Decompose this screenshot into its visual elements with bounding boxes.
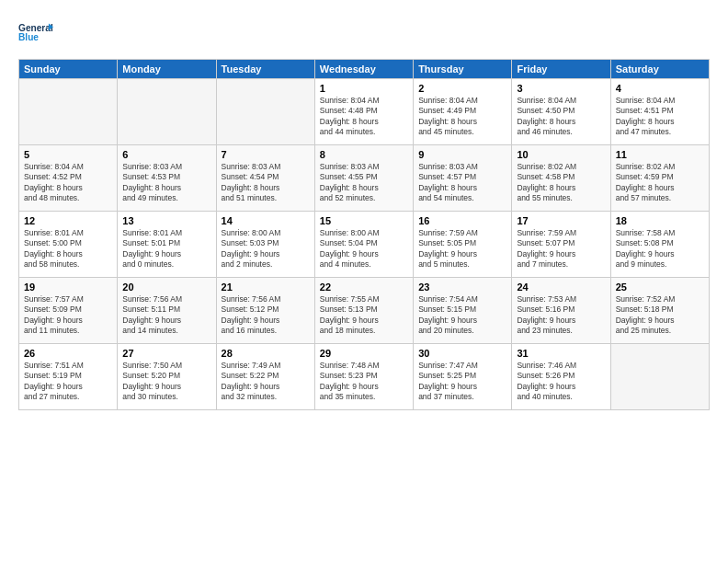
day-number: 7: [222, 149, 310, 160]
day-cell: 18Sunrise: 7:58 AM Sunset: 5:08 PM Dayli…: [610, 212, 709, 278]
day-info: Sunrise: 7:58 AM Sunset: 5:08 PM Dayligh…: [616, 228, 704, 270]
day-cell: 19Sunrise: 7:57 AM Sunset: 5:09 PM Dayli…: [19, 278, 118, 344]
day-cell: [610, 344, 709, 410]
day-cell: 2Sunrise: 8:04 AM Sunset: 4:49 PM Daylig…: [414, 79, 512, 145]
day-info: Sunrise: 8:00 AM Sunset: 5:04 PM Dayligh…: [320, 228, 408, 270]
day-cell: 22Sunrise: 7:55 AM Sunset: 5:13 PM Dayli…: [314, 278, 413, 344]
day-info: Sunrise: 8:02 AM Sunset: 4:58 PM Dayligh…: [517, 162, 605, 204]
day-number: 15: [320, 215, 408, 226]
weekday-header-thursday: Thursday: [414, 60, 512, 79]
day-number: 27: [122, 348, 210, 359]
day-cell: 6Sunrise: 8:03 AM Sunset: 4:53 PM Daylig…: [118, 145, 216, 212]
day-number: 6: [122, 149, 210, 160]
day-number: 20: [122, 282, 210, 293]
day-info: Sunrise: 8:03 AM Sunset: 4:53 PM Dayligh…: [122, 162, 210, 204]
day-info: Sunrise: 7:47 AM Sunset: 5:25 PM Dayligh…: [418, 361, 506, 403]
day-info: Sunrise: 7:49 AM Sunset: 5:22 PM Dayligh…: [222, 361, 310, 403]
day-number: 30: [418, 348, 506, 359]
day-number: 25: [616, 282, 704, 293]
day-number: 23: [418, 282, 506, 293]
day-cell: 10Sunrise: 8:02 AM Sunset: 4:58 PM Dayli…: [512, 145, 610, 212]
day-cell: 20Sunrise: 7:56 AM Sunset: 5:11 PM Dayli…: [118, 278, 216, 344]
day-cell: 21Sunrise: 7:56 AM Sunset: 5:12 PM Dayli…: [216, 278, 314, 344]
calendar-table: SundayMondayTuesdayWednesdayThursdayFrid…: [18, 59, 710, 410]
day-info: Sunrise: 7:55 AM Sunset: 5:13 PM Dayligh…: [320, 294, 408, 337]
weekday-header-tuesday: Tuesday: [216, 60, 314, 79]
header: General Blue: [18, 15, 710, 50]
week-row-4: 19Sunrise: 7:57 AM Sunset: 5:09 PM Dayli…: [19, 278, 710, 344]
day-info: Sunrise: 7:50 AM Sunset: 5:20 PM Dayligh…: [122, 361, 210, 403]
day-cell: 4Sunrise: 8:04 AM Sunset: 4:51 PM Daylig…: [610, 79, 709, 145]
day-cell: 24Sunrise: 7:53 AM Sunset: 5:16 PM Dayli…: [512, 278, 610, 344]
day-cell: 13Sunrise: 8:01 AM Sunset: 5:01 PM Dayli…: [118, 212, 216, 278]
day-info: Sunrise: 8:04 AM Sunset: 4:51 PM Dayligh…: [616, 96, 704, 138]
day-cell: 31Sunrise: 7:46 AM Sunset: 5:26 PM Dayli…: [512, 344, 610, 410]
day-info: Sunrise: 8:01 AM Sunset: 5:00 PM Dayligh…: [24, 228, 112, 270]
day-cell: 8Sunrise: 8:03 AM Sunset: 4:55 PM Daylig…: [314, 145, 413, 212]
svg-text:Blue: Blue: [18, 33, 39, 43]
day-info: Sunrise: 8:04 AM Sunset: 4:50 PM Dayligh…: [517, 96, 605, 138]
day-cell: 16Sunrise: 7:59 AM Sunset: 5:05 PM Dayli…: [414, 212, 512, 278]
weekday-header-saturday: Saturday: [610, 60, 709, 79]
day-number: 22: [320, 282, 408, 293]
week-row-2: 5Sunrise: 8:04 AM Sunset: 4:52 PM Daylig…: [19, 145, 710, 212]
day-number: 3: [517, 83, 605, 94]
day-number: 18: [616, 215, 704, 226]
day-info: Sunrise: 7:52 AM Sunset: 5:18 PM Dayligh…: [616, 294, 704, 337]
weekday-header-wednesday: Wednesday: [314, 60, 413, 79]
day-cell: 1Sunrise: 8:04 AM Sunset: 4:48 PM Daylig…: [314, 79, 413, 145]
day-number: 19: [24, 282, 112, 293]
day-info: Sunrise: 8:02 AM Sunset: 4:59 PM Dayligh…: [616, 162, 704, 204]
day-cell: 15Sunrise: 8:00 AM Sunset: 5:04 PM Dayli…: [314, 212, 413, 278]
day-info: Sunrise: 8:03 AM Sunset: 4:55 PM Dayligh…: [320, 162, 408, 204]
day-info: Sunrise: 7:48 AM Sunset: 5:23 PM Dayligh…: [320, 361, 408, 403]
day-number: 9: [418, 149, 506, 160]
day-info: Sunrise: 7:56 AM Sunset: 5:12 PM Dayligh…: [222, 294, 310, 337]
week-row-1: 1Sunrise: 8:04 AM Sunset: 4:48 PM Daylig…: [19, 79, 710, 145]
calendar-page: General Blue SundayMondayTuesdayWednesda…: [0, 0, 728, 563]
day-cell: 14Sunrise: 8:00 AM Sunset: 5:03 PM Dayli…: [216, 212, 314, 278]
day-cell: 29Sunrise: 7:48 AM Sunset: 5:23 PM Dayli…: [314, 344, 413, 410]
day-number: 14: [222, 215, 310, 226]
day-cell: 7Sunrise: 8:03 AM Sunset: 4:54 PM Daylig…: [216, 145, 314, 212]
day-number: 21: [222, 282, 310, 293]
day-info: Sunrise: 7:54 AM Sunset: 5:15 PM Dayligh…: [418, 294, 506, 337]
weekday-header-friday: Friday: [512, 60, 610, 79]
day-cell: 27Sunrise: 7:50 AM Sunset: 5:20 PM Dayli…: [118, 344, 216, 410]
logo: General Blue: [18, 15, 53, 50]
day-info: Sunrise: 7:59 AM Sunset: 5:05 PM Dayligh…: [418, 228, 506, 270]
day-cell: 23Sunrise: 7:54 AM Sunset: 5:15 PM Dayli…: [414, 278, 512, 344]
day-number: 17: [517, 215, 605, 226]
day-cell: [118, 79, 216, 145]
week-row-3: 12Sunrise: 8:01 AM Sunset: 5:00 PM Dayli…: [19, 212, 710, 278]
day-number: 2: [418, 83, 506, 94]
day-number: 4: [616, 83, 704, 94]
day-cell: 26Sunrise: 7:51 AM Sunset: 5:19 PM Dayli…: [19, 344, 118, 410]
svg-text:General: General: [18, 23, 53, 33]
day-cell: 3Sunrise: 8:04 AM Sunset: 4:50 PM Daylig…: [512, 79, 610, 145]
day-number: 12: [24, 215, 112, 226]
weekday-header-row: SundayMondayTuesdayWednesdayThursdayFrid…: [19, 60, 710, 79]
day-info: Sunrise: 8:04 AM Sunset: 4:52 PM Dayligh…: [24, 162, 112, 204]
day-info: Sunrise: 7:59 AM Sunset: 5:07 PM Dayligh…: [517, 228, 605, 270]
day-number: 13: [122, 215, 210, 226]
day-number: 29: [320, 348, 408, 359]
day-cell: 5Sunrise: 8:04 AM Sunset: 4:52 PM Daylig…: [19, 145, 118, 212]
day-info: Sunrise: 8:04 AM Sunset: 4:49 PM Dayligh…: [418, 96, 506, 138]
day-info: Sunrise: 8:00 AM Sunset: 5:03 PM Dayligh…: [222, 228, 310, 270]
day-number: 8: [320, 149, 408, 160]
week-row-5: 26Sunrise: 7:51 AM Sunset: 5:19 PM Dayli…: [19, 344, 710, 410]
day-number: 24: [517, 282, 605, 293]
day-cell: 25Sunrise: 7:52 AM Sunset: 5:18 PM Dayli…: [610, 278, 709, 344]
day-info: Sunrise: 8:01 AM Sunset: 5:01 PM Dayligh…: [122, 228, 210, 270]
day-cell: 11Sunrise: 8:02 AM Sunset: 4:59 PM Dayli…: [610, 145, 709, 212]
day-number: 5: [24, 149, 112, 160]
day-info: Sunrise: 7:46 AM Sunset: 5:26 PM Dayligh…: [517, 361, 605, 403]
logo-svg: General Blue: [18, 15, 53, 50]
day-number: 1: [320, 83, 408, 94]
day-cell: 12Sunrise: 8:01 AM Sunset: 5:00 PM Dayli…: [19, 212, 118, 278]
day-number: 31: [517, 348, 605, 359]
day-number: 28: [222, 348, 310, 359]
day-cell: 17Sunrise: 7:59 AM Sunset: 5:07 PM Dayli…: [512, 212, 610, 278]
day-info: Sunrise: 8:04 AM Sunset: 4:48 PM Dayligh…: [320, 96, 408, 138]
